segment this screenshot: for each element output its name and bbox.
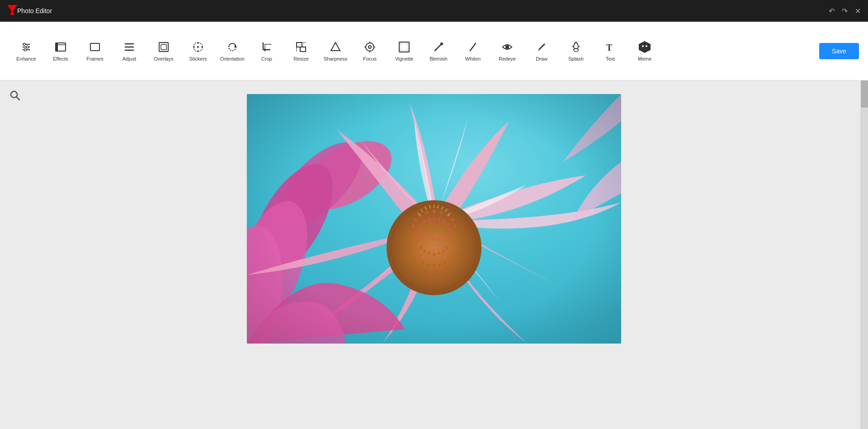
blemish-label: Blemish xyxy=(429,56,447,61)
crop-label: Crop xyxy=(261,56,272,61)
tool-frames[interactable]: Frames xyxy=(78,28,112,74)
tool-resize[interactable]: Resize xyxy=(284,28,318,74)
tool-orientation[interactable]: Orientation xyxy=(215,28,250,74)
overlays-icon xyxy=(157,41,170,53)
svg-rect-13 xyxy=(159,42,168,52)
zoom-icon[interactable] xyxy=(9,90,21,104)
svg-point-40 xyxy=(505,45,509,49)
splash-icon xyxy=(570,41,582,53)
enhance-label: Enhance xyxy=(16,56,36,61)
app-logo xyxy=(7,5,17,17)
app-title: Photo Editor xyxy=(17,7,52,14)
svg-point-39 xyxy=(440,42,443,45)
flower-image xyxy=(247,94,621,344)
tool-redeye[interactable]: Redeye xyxy=(490,28,524,74)
svg-rect-25 xyxy=(264,49,266,51)
tool-effects[interactable]: Effects xyxy=(43,28,78,74)
sharpness-label: Sharpness xyxy=(324,56,348,61)
redo-button[interactable]: ↷ xyxy=(842,7,848,15)
tool-crop[interactable]: Crop xyxy=(250,28,284,74)
whiten-label: Whiten xyxy=(465,56,481,61)
tool-draw[interactable]: Draw xyxy=(524,28,559,74)
svg-point-3 xyxy=(27,46,29,48)
svg-point-32 xyxy=(368,46,371,48)
focus-icon xyxy=(363,41,376,53)
undo-button[interactable]: ↶ xyxy=(829,7,835,15)
adjust-icon xyxy=(123,41,136,53)
splash-label: Splash xyxy=(568,56,584,61)
redeye-icon xyxy=(501,41,514,53)
meme-label: Meme xyxy=(638,56,652,61)
svg-rect-14 xyxy=(161,44,166,50)
save-button[interactable]: Save xyxy=(819,43,859,59)
vignette-icon xyxy=(398,41,410,53)
draw-icon xyxy=(535,41,548,53)
svg-rect-27 xyxy=(300,47,306,52)
crop-icon xyxy=(260,41,273,53)
tool-overlays[interactable]: Overlays xyxy=(146,28,181,74)
tool-enhance[interactable]: Enhance xyxy=(9,28,43,74)
window-controls: ↶ ↷ ✕ xyxy=(829,7,861,15)
svg-marker-30 xyxy=(331,42,340,51)
enhance-icon xyxy=(20,41,33,53)
svg-rect-38 xyxy=(399,42,409,52)
svg-text:T: T xyxy=(606,42,613,52)
orientation-icon xyxy=(226,41,239,53)
close-button[interactable]: ✕ xyxy=(855,7,861,15)
image-canvas xyxy=(247,94,621,344)
svg-rect-9 xyxy=(90,43,99,51)
tool-blemish[interactable]: Blemish xyxy=(421,28,456,74)
frames-label: Frames xyxy=(86,56,103,61)
svg-rect-7 xyxy=(56,43,58,51)
tool-text[interactable]: T Text xyxy=(593,28,627,74)
tool-meme[interactable]: Meme xyxy=(627,28,662,74)
scrollbar[interactable] xyxy=(861,80,868,429)
effects-icon xyxy=(54,41,67,53)
focus-label: Focus xyxy=(363,56,377,61)
tool-sharpness[interactable]: Sharpness xyxy=(318,28,353,74)
stickers-icon xyxy=(192,41,204,53)
svg-line-45 xyxy=(17,97,20,100)
draw-label: Draw xyxy=(536,56,547,61)
tool-vignette[interactable]: Vignette xyxy=(387,28,421,74)
svg-point-43 xyxy=(646,45,647,47)
frames-icon xyxy=(89,41,101,53)
meme-icon xyxy=(638,41,651,53)
effects-label: Effects xyxy=(53,56,68,61)
overlays-label: Overlays xyxy=(154,56,173,61)
toolbar: Enhance Effects Frames Adjust Overlays xyxy=(0,22,868,80)
tool-splash[interactable]: Splash xyxy=(559,28,593,74)
tool-whiten[interactable]: Whiten xyxy=(456,28,490,74)
canvas-area xyxy=(0,80,868,429)
redeye-label: Redeye xyxy=(499,56,516,61)
sharpness-icon xyxy=(329,41,342,53)
stickers-label: Stickers xyxy=(189,56,207,61)
text-icon: T xyxy=(604,41,617,53)
resize-icon xyxy=(295,41,307,53)
svg-point-5 xyxy=(24,48,27,51)
adjust-label: Adjust xyxy=(123,56,137,61)
tool-adjust[interactable]: Adjust xyxy=(112,28,146,74)
blemish-icon xyxy=(432,41,445,53)
tool-stickers[interactable]: Stickers xyxy=(181,28,215,74)
vignette-label: Vignette xyxy=(395,56,413,61)
titlebar: Photo Editor ↶ ↷ ✕ xyxy=(0,0,868,22)
text-label: Text xyxy=(606,56,615,61)
whiten-icon xyxy=(467,41,479,53)
tool-focus[interactable]: Focus xyxy=(353,28,387,74)
svg-point-31 xyxy=(366,43,374,51)
svg-point-1 xyxy=(24,43,26,45)
svg-rect-26 xyxy=(297,42,302,47)
resize-label: Resize xyxy=(293,56,309,61)
svg-point-16 xyxy=(197,46,199,48)
svg-point-42 xyxy=(642,45,644,47)
svg-rect-123 xyxy=(247,94,621,344)
orientation-label: Orientation xyxy=(220,56,245,61)
